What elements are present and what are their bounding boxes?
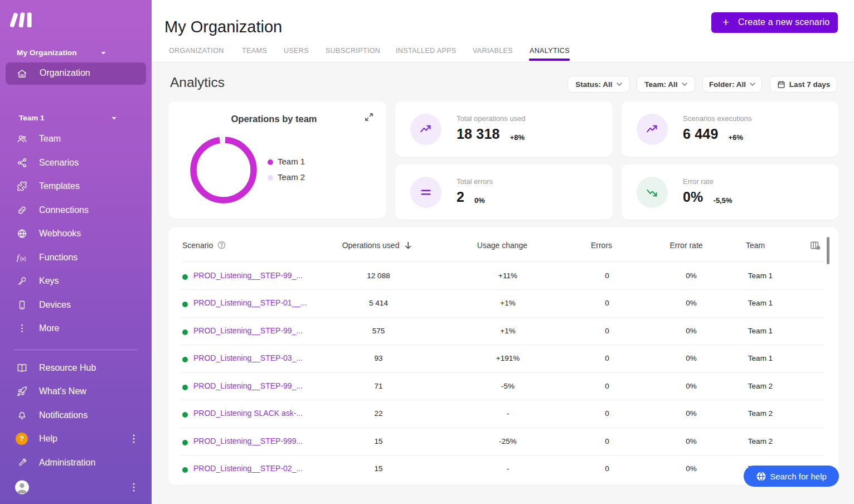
svg-text:(x): (x): [20, 256, 26, 261]
svg-text:f: f: [17, 253, 20, 261]
